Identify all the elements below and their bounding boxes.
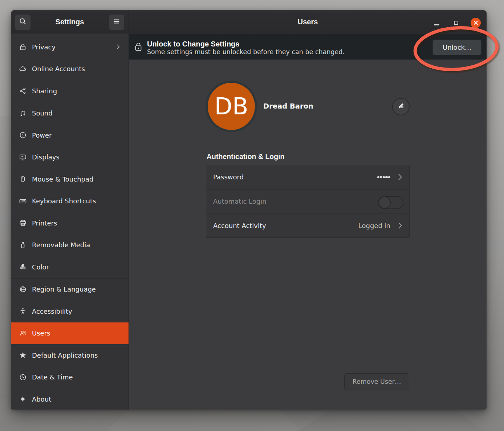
pencil-icon <box>397 102 405 112</box>
toggle-knob <box>378 196 391 209</box>
sidebar-item-region-language[interactable]: Region & Language <box>11 278 129 301</box>
search-icon <box>19 17 27 27</box>
maximize-icon <box>454 21 458 25</box>
sidebar-item-label: Power <box>32 131 52 139</box>
hamburger-icon <box>113 17 121 27</box>
sidebar-item-users[interactable]: Users <box>11 322 129 345</box>
auth-listbox: Password Automatic Login Account Ac <box>206 165 410 238</box>
sidebar-item-label: Privacy <box>32 43 56 51</box>
globe-icon <box>19 285 27 293</box>
star-icon <box>19 351 27 359</box>
accessibility-icon <box>19 307 27 315</box>
sidebar-item-color[interactable]: Color <box>11 256 129 278</box>
mouse-icon <box>19 175 27 183</box>
chevron-right-icon <box>398 174 402 180</box>
remove-user-button[interactable]: Remove User… <box>344 373 409 390</box>
sidebar-item-power[interactable]: Power <box>11 124 129 146</box>
close-button[interactable] <box>471 18 481 28</box>
chevron-right-icon <box>117 44 120 50</box>
color-icon <box>19 263 27 271</box>
chevron-right-icon <box>398 222 402 229</box>
infobar-subtitle: Some settings must be unlocked before th… <box>147 48 345 56</box>
keyboard-icon <box>19 197 27 205</box>
avatar[interactable]: DB <box>208 83 255 130</box>
main-headerbar: Users <box>129 10 487 34</box>
close-icon <box>471 18 481 28</box>
sidebar-item-label: About <box>32 395 51 403</box>
section-title: Authentication & Login <box>207 152 284 161</box>
sidebar-item-removable-media[interactable]: Removable Media <box>11 234 129 256</box>
edit-name-button[interactable] <box>392 98 410 115</box>
sidebar-item-label: Mouse & Touchpad <box>32 175 93 183</box>
sidebar-item-label: Accessibility <box>32 308 72 315</box>
share-icon <box>19 87 27 95</box>
printer-icon <box>19 219 27 227</box>
lock-icon <box>135 42 142 52</box>
sidebar-item-label: Users <box>32 329 50 337</box>
sidebar-item-displays[interactable]: Displays <box>11 146 129 168</box>
sidebar-item-default-applications[interactable]: Default Applications <box>11 344 129 366</box>
sidebar: Settings PrivacyOnline AccountsSharingSo… <box>11 10 129 410</box>
sparkle-icon <box>19 395 27 403</box>
sidebar-item-label: Removable Media <box>32 241 90 249</box>
sidebar-item-label: Default Applications <box>32 351 98 359</box>
account-activity-value: Logged in <box>358 222 390 229</box>
minimize-button[interactable] <box>431 18 442 28</box>
sidebar-item-date-time[interactable]: Date & Time <box>11 366 129 389</box>
users-content: DB Dread Baron Authentication & Login <box>129 60 487 410</box>
users-icon <box>19 329 27 337</box>
unlock-button[interactable]: Unlock… <box>432 40 481 55</box>
automatic-login-row: Automatic Login <box>206 189 409 214</box>
sidebar-item-keyboard-shortcuts[interactable]: Keyboard Shortcuts <box>11 190 129 212</box>
sidebar-item-label: Region & Language <box>32 285 96 293</box>
sidebar-item-label: Date & Time <box>32 373 73 381</box>
sidebar-item-mouse-touchpad[interactable]: Mouse & Touchpad <box>11 168 129 190</box>
settings-window: Settings PrivacyOnline AccountsSharingSo… <box>11 10 487 410</box>
display-icon <box>19 153 27 161</box>
cloud-icon <box>19 65 27 73</box>
sound-icon <box>19 109 27 117</box>
sidebar-item-privacy[interactable]: Privacy <box>11 36 129 58</box>
sidebar-item-label: Color <box>32 263 49 271</box>
sidebar-item-printers[interactable]: Printers <box>11 212 129 234</box>
sidebar-item-label: Displays <box>32 153 60 161</box>
search-button[interactable] <box>15 14 31 30</box>
sidebar-item-label: Online Accounts <box>32 65 85 73</box>
automatic-login-toggle[interactable] <box>378 196 403 209</box>
main-panel: Users <box>129 10 487 410</box>
sidebar-list: PrivacyOnline AccountsSharingSoundPowerD… <box>11 34 129 410</box>
user-fullname: Dread Baron <box>263 102 313 111</box>
sidebar-item-online-accounts[interactable]: Online Accounts <box>11 58 129 80</box>
sidebar-item-sound[interactable]: Sound <box>11 102 129 125</box>
minimize-icon <box>434 24 439 25</box>
sidebar-item-accessibility[interactable]: Accessibility <box>11 300 129 322</box>
sidebar-item-label: Sharing <box>32 87 57 95</box>
unlock-infobar: Unlock to Change Settings Some settings … <box>129 34 487 60</box>
sidebar-item-about[interactable]: About <box>11 388 129 410</box>
sidebar-item-sharing[interactable]: Sharing <box>11 80 129 102</box>
power-icon <box>19 131 27 139</box>
account-activity-row[interactable]: Account Activity Logged in <box>206 213 409 237</box>
usb-icon <box>19 241 27 249</box>
password-dots <box>377 176 391 179</box>
sidebar-item-label: Printers <box>32 219 57 227</box>
clock-icon <box>19 373 27 381</box>
automatic-login-label: Automatic Login <box>213 198 267 205</box>
password-row[interactable]: Password <box>206 165 409 189</box>
sidebar-headerbar: Settings <box>11 10 129 34</box>
window-controls <box>431 18 487 28</box>
maximize-button[interactable] <box>451 18 461 28</box>
lock-icon <box>19 43 27 51</box>
sidebar-item-label: Keyboard Shortcuts <box>32 197 96 205</box>
menu-button[interactable] <box>109 14 125 30</box>
avatar-initials: DB <box>214 93 248 120</box>
sidebar-item-label: Sound <box>32 109 53 117</box>
password-label: Password <box>213 173 244 181</box>
infobar-texts: Unlock to Change Settings Some settings … <box>147 38 345 56</box>
infobar-title: Unlock to Change Settings <box>147 40 345 48</box>
account-activity-label: Account Activity <box>213 222 266 229</box>
